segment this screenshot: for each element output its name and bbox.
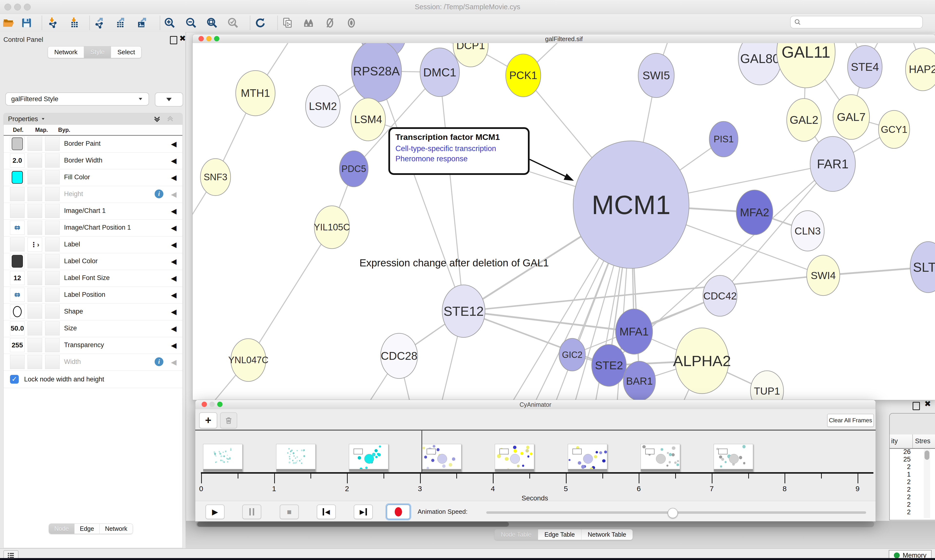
expand-property-icon[interactable]: ◀ [171, 140, 176, 148]
network-window-titlebar[interactable]: galFiltered.sif [193, 34, 935, 43]
map-cell[interactable] [28, 355, 42, 369]
edge-dmc1-ste12[interactable] [440, 72, 464, 311]
close-table-panel-icon[interactable]: ✖ [924, 400, 931, 407]
expand-property-icon[interactable]: ◀ [171, 157, 176, 165]
frame-thumbnail-3[interactable] [422, 444, 461, 472]
table-cell-value[interactable]: 26 [890, 448, 911, 455]
tab-network[interactable]: Network [48, 46, 84, 58]
timeline[interactable]: 0123456789Seconds [195, 431, 876, 501]
skip-start-button[interactable]: ◀ [317, 505, 336, 519]
expand-property-icon[interactable]: ◀ [171, 240, 176, 249]
map-cell[interactable] [28, 187, 42, 201]
info-icon[interactable]: i [154, 357, 164, 366]
annotation-link-2[interactable]: Pheromone response [395, 154, 523, 163]
property-row-fill-color[interactable]: Fill Color◀ [4, 169, 182, 186]
horizontal-scrollbar-thumb[interactable] [197, 522, 509, 527]
play-button[interactable]: ▶ [205, 505, 224, 519]
property-row-height[interactable]: Heighti◀ [4, 186, 182, 203]
map-cell[interactable] [28, 137, 42, 151]
byp-cell[interactable] [45, 254, 60, 268]
frame-thumbnail-7[interactable] [714, 444, 753, 472]
expand-property-icon[interactable]: ◀ [171, 308, 176, 316]
record-button[interactable] [387, 505, 410, 519]
def-cell[interactable]: 12 [10, 271, 25, 285]
playhead[interactable] [421, 431, 422, 472]
def-cell[interactable] [10, 170, 25, 185]
def-cell[interactable] [10, 221, 25, 235]
export-table-icon[interactable] [115, 17, 127, 29]
map-cell[interactable] [28, 322, 42, 335]
def-cell[interactable] [10, 187, 25, 201]
tab-style[interactable]: Style [84, 46, 111, 58]
expand-property-icon[interactable]: ◀ [171, 257, 176, 266]
byp-cell[interactable] [45, 204, 60, 218]
byp-cell[interactable] [45, 170, 60, 185]
float-table-panel-icon[interactable] [913, 402, 920, 410]
import-network-icon[interactable] [47, 17, 59, 29]
property-row-border-width[interactable]: 2.0Border Width◀ [4, 152, 182, 169]
vertical-scrollbar-thumb[interactable] [924, 451, 929, 460]
tab-edge-table[interactable]: Edge Table [538, 529, 582, 540]
property-row-transparency[interactable]: 255Transparency◀ [4, 337, 182, 354]
byp-cell[interactable] [45, 237, 60, 252]
map-cell[interactable] [28, 271, 42, 285]
map-cell[interactable]: ⋮› [28, 237, 42, 252]
property-row-image-chart-position-1[interactable]: Image/Chart Position 1◀ [4, 220, 182, 237]
expand-property-icon[interactable]: ◀ [171, 274, 176, 282]
map-cell[interactable] [28, 154, 42, 168]
frame-thumbnail-2[interactable] [349, 444, 388, 472]
zoom-out-icon[interactable] [185, 17, 197, 29]
column-stress[interactable]: Stres [915, 437, 930, 445]
export-network-icon[interactable] [94, 17, 106, 29]
pause-button[interactable] [242, 505, 261, 519]
byp-cell[interactable] [45, 137, 60, 151]
tab-edge[interactable]: Edge [74, 524, 100, 534]
def-cell[interactable] [10, 355, 25, 369]
expand-all-icon[interactable] [152, 114, 162, 124]
global-search-input[interactable] [801, 18, 914, 26]
save-session-icon[interactable] [20, 17, 32, 29]
def-cell[interactable] [10, 288, 25, 302]
column-centrality[interactable]: ity [891, 437, 898, 445]
table-cell-value[interactable]: 2 [890, 463, 911, 471]
frame-thumbnail-0[interactable] [203, 444, 242, 472]
expand-property-icon[interactable]: ◀ [171, 358, 176, 366]
delete-frame-button[interactable] [220, 412, 237, 428]
edge-rps28a-ste12[interactable] [376, 71, 464, 311]
expand-property-icon[interactable]: ◀ [171, 190, 176, 198]
tab-network-table[interactable]: Network Table [582, 529, 633, 540]
info-icon[interactable]: i [154, 189, 164, 198]
frame-thumbnail-1[interactable] [276, 444, 316, 472]
export-image-icon[interactable] [136, 17, 148, 29]
byp-cell[interactable] [45, 187, 60, 201]
property-row-label-position[interactable]: Label Position◀ [4, 287, 182, 304]
close-panel-icon[interactable]: ✖ [179, 35, 186, 42]
open-session-icon[interactable] [2, 17, 15, 29]
network-canvas[interactable]: RPS28ADCP1DMC1PCK1MTH1LSM2LSM4SNF3PDC5YI… [193, 43, 935, 400]
def-cell[interactable]: 50.0 [10, 322, 25, 335]
map-cell[interactable] [28, 305, 42, 319]
float-panel-icon[interactable] [170, 36, 177, 44]
frame-thumbnail-5[interactable] [568, 444, 607, 472]
expand-property-icon[interactable]: ◀ [171, 173, 176, 182]
def-cell[interactable] [10, 237, 25, 252]
frame-thumbnail-4[interactable] [495, 444, 534, 472]
expand-property-icon[interactable]: ◀ [171, 324, 176, 333]
byp-cell[interactable] [45, 288, 60, 302]
byp-cell[interactable] [45, 154, 60, 168]
column-divider[interactable] [912, 434, 913, 448]
collapse-all-icon[interactable] [165, 114, 175, 124]
import-table-icon[interactable] [69, 17, 81, 29]
clear-all-frames-button[interactable]: Clear All Frames [827, 414, 874, 427]
map-cell[interactable] [28, 221, 42, 235]
property-row-size[interactable]: 50.0Size◀ [4, 320, 182, 337]
def-cell[interactable] [10, 305, 25, 319]
clone-network-icon[interactable] [281, 17, 294, 29]
byp-cell[interactable] [45, 305, 60, 319]
def-cell[interactable] [10, 137, 25, 151]
expand-property-icon[interactable]: ◀ [171, 341, 176, 349]
annotation-link-1[interactable]: Cell-type-specific transcription [395, 144, 523, 153]
edge-yil105c-ynl047c[interactable] [248, 227, 332, 360]
byp-cell[interactable] [45, 271, 60, 285]
lock-size-checkbox[interactable]: ✓ [10, 375, 19, 384]
